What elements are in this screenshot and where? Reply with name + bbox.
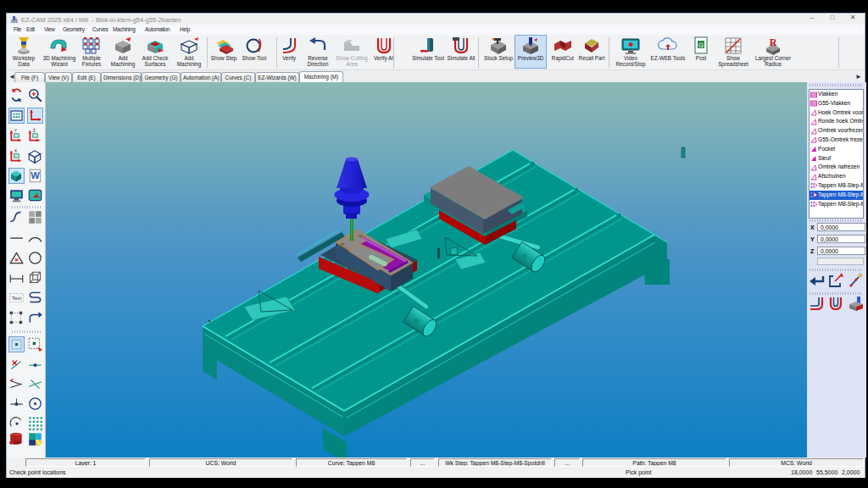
svg-text:W: W: [31, 170, 40, 180]
svg-text:X: X: [14, 148, 18, 153]
svg-text:Y: Y: [14, 128, 18, 133]
svg-text:R: R: [770, 36, 777, 48]
svg-text:Z: Z: [33, 128, 36, 133]
svg-text:G: G: [698, 42, 704, 49]
svg-text:Text: Text: [12, 295, 22, 301]
